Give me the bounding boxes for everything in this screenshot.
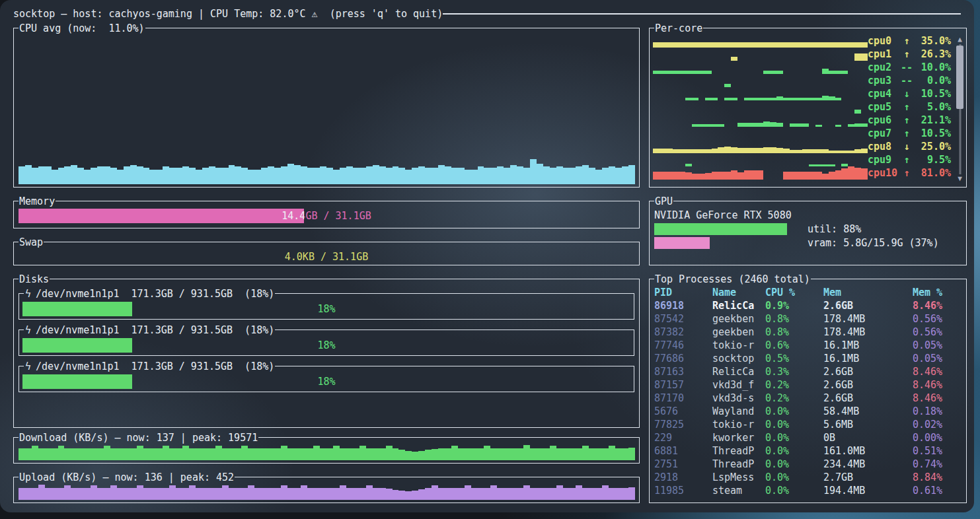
process-row[interactable]: 77686socktop0.5%16.1MB0.05% bbox=[654, 352, 961, 365]
memory-title: Memory bbox=[19, 195, 56, 207]
gpu-vram-bar-track bbox=[654, 237, 805, 249]
process-rows: 86918RelicCa0.9%2.6GB8.46%87542geekben0.… bbox=[654, 299, 961, 497]
per-core-sparkline bbox=[653, 74, 868, 87]
per-core-row: cpu0↑35.0% bbox=[653, 34, 951, 48]
disk-entry: ϟ/dev/nvme1n1p1 171.3GB / 931.5GB (18%)1… bbox=[19, 287, 634, 320]
scrollbar-thumb[interactable] bbox=[956, 46, 963, 109]
process-row[interactable]: 87157vkd3d_f0.2%2.6GB8.46% bbox=[654, 378, 961, 392]
download-title: Download (KB/s) — now: 137 | peak: 19571 bbox=[19, 432, 258, 444]
per-core-label: cpu7↑10.5% bbox=[868, 127, 951, 140]
process-row[interactable]: 2918LspMess0.0%2.7GB8.84% bbox=[654, 471, 961, 484]
per-core-row: cpu2--10.0% bbox=[653, 61, 951, 74]
terminal-window: socktop — host: cachyos-gaming | CPU Tem… bbox=[0, 0, 974, 512]
gpu-vram-bar bbox=[654, 237, 710, 249]
disk-entry-title: /dev/nvme1n1p1 171.3GB / 931.5GB (18%) bbox=[35, 324, 275, 336]
process-row[interactable]: 87163RelicCa0.3%2.6GB8.46% bbox=[654, 365, 961, 378]
per-core-label: cpu2--10.0% bbox=[868, 61, 951, 74]
per-core-label: cpu10↑81.0% bbox=[868, 166, 951, 180]
gpu-title: GPU bbox=[654, 195, 673, 207]
process-table: PID Name CPU % Mem Mem % 86918RelicCa0.9… bbox=[654, 286, 961, 501]
per-core-sparkline bbox=[653, 61, 868, 74]
process-row[interactable]: 2751ThreadP0.0%234.4MB0.74% bbox=[654, 458, 961, 471]
download-panel: Download (KB/s) — now: 137 | peak: 19571 bbox=[13, 431, 640, 464]
disk-entry-title: /dev/nvme1n1p1 171.3GB / 931.5GB (18%) bbox=[35, 288, 275, 300]
app-title-bar: socktop — host: cachyos-gaming | CPU Tem… bbox=[13, 7, 961, 21]
app-title: socktop — host: cachyos-gaming | CPU Tem… bbox=[13, 8, 443, 20]
title-rule bbox=[443, 13, 961, 15]
download-sparkline bbox=[19, 445, 634, 460]
per-core-row: cpu1↑26.3% bbox=[653, 48, 951, 61]
per-core-row: cpu10↑81.0% bbox=[653, 166, 951, 180]
per-core-row: cpu5↑5.0% bbox=[653, 100, 951, 114]
column-header-name: Name bbox=[712, 286, 765, 299]
gpu-name: NVIDIA GeForce RTX 5080 bbox=[654, 209, 961, 222]
disk-list: ϟ/dev/nvme1n1p1 171.3GB / 931.5GB (18%)1… bbox=[19, 287, 634, 425]
per-core-label: cpu1↑26.3% bbox=[868, 48, 951, 61]
per-core-label: cpu8↓25.0% bbox=[868, 140, 951, 153]
memory-panel: Memory 14.4GB / 31.1GB 14.4GB / 31.1GB bbox=[13, 194, 640, 228]
process-row[interactable]: 11985steam0.0%194.4MB0.61% bbox=[654, 484, 961, 497]
per-core-label: cpu4↓10.5% bbox=[868, 87, 951, 100]
process-row[interactable]: 87542geekben0.8%178.4MB0.56% bbox=[654, 312, 961, 326]
process-row[interactable]: 77746tokio-r0.6%16.1MB0.05% bbox=[654, 339, 961, 352]
right-column: Per-core cpu0↑35.0%cpu1↑26.3%cpu2--10.0%… bbox=[649, 21, 967, 503]
cpu-avg-title: CPU avg (now: 11.0%) bbox=[19, 22, 145, 34]
process-row[interactable]: 87170vkd3d-s0.2%2.6GB8.46% bbox=[654, 392, 961, 405]
disk-usage-gauge: 18%18% bbox=[22, 374, 630, 389]
process-row[interactable]: 6881ThreadP0.0%161.0MB0.51% bbox=[654, 444, 961, 458]
swap-title: Swap bbox=[19, 236, 44, 248]
process-table-header: PID Name CPU % Mem Mem % bbox=[654, 286, 961, 299]
per-core-sparkline bbox=[653, 153, 868, 166]
gpu-util-bar bbox=[654, 223, 787, 235]
per-core-row: cpu8↓25.0% bbox=[653, 140, 951, 153]
left-column: CPU avg (now: 11.0%) Memory 14.4GB / 31.… bbox=[13, 21, 640, 503]
column-header-mem-pct: Mem % bbox=[913, 286, 961, 299]
per-core-row: cpu4↓10.5% bbox=[653, 87, 951, 100]
disk-icon: ϟ bbox=[24, 288, 35, 300]
upload-title: Upload (KB/s) — now: 136 | peak: 452 bbox=[19, 471, 235, 483]
memory-gauge-fill: 14.4GB / 31.1GB bbox=[19, 209, 304, 223]
memory-gauge: 14.4GB / 31.1GB 14.4GB / 31.1GB bbox=[19, 209, 634, 223]
per-core-row: cpu6↑21.1% bbox=[653, 114, 951, 127]
disks-title: Disks bbox=[19, 273, 50, 285]
column-header-pid: PID bbox=[654, 286, 712, 299]
per-core-sparkline bbox=[653, 114, 868, 127]
per-core-sparkline bbox=[653, 48, 868, 61]
gpu-vram-label: vram: 5.8G/15.9G (37%) bbox=[808, 237, 939, 249]
top-processes-title: Top Processes (2460 total) bbox=[654, 273, 811, 285]
per-core-label: cpu3--0.0% bbox=[868, 74, 951, 87]
disk-usage-gauge: 18%18% bbox=[22, 302, 630, 316]
disk-entry: ϟ/dev/nvme1n1p1 171.3GB / 931.5GB (18%)1… bbox=[19, 323, 634, 356]
swap-panel: Swap 4.0KB / 31.1GB 4.0KB / 31.1GB bbox=[13, 235, 640, 265]
per-core-title: Per-core bbox=[654, 22, 703, 34]
column-header-cpu: CPU % bbox=[765, 286, 823, 299]
per-core-panel: Per-core cpu0↑35.0%cpu1↑26.3%cpu2--10.0%… bbox=[649, 21, 967, 188]
scrollbar-down-icon[interactable]: ▼ bbox=[956, 175, 964, 183]
disk-usage-gauge: 18%18% bbox=[22, 338, 630, 353]
per-core-sparkline bbox=[653, 166, 868, 180]
per-core-sparkline bbox=[653, 127, 868, 140]
process-row[interactable]: 87382geekben0.8%178.4MB0.56% bbox=[654, 326, 961, 339]
process-row[interactable]: 229kworker0.0%0B0.00% bbox=[654, 431, 961, 444]
top-processes-panel: Top Processes (2460 total) PID Name CPU … bbox=[649, 272, 967, 503]
process-row[interactable]: 77825tokio-r0.0%5.6MB0.02% bbox=[654, 418, 961, 431]
per-core-sparkline bbox=[653, 34, 868, 48]
per-core-sparkline bbox=[653, 87, 868, 100]
disk-entry: ϟ/dev/nvme1n1p1 171.3GB / 931.5GB (18%)1… bbox=[19, 359, 634, 392]
swap-gauge: 4.0KB / 31.1GB 4.0KB / 31.1GB bbox=[19, 250, 634, 264]
per-core-sparkline bbox=[653, 100, 868, 114]
column-header-mem: Mem bbox=[823, 286, 913, 299]
per-core-row: cpu7↑10.5% bbox=[653, 127, 951, 140]
gpu-util-bar-track bbox=[654, 223, 805, 235]
process-row[interactable]: 5676Wayland0.0%58.4MB0.18% bbox=[654, 405, 961, 418]
per-core-label: cpu6↑21.1% bbox=[868, 114, 951, 127]
per-core-rows: cpu0↑35.0%cpu1↑26.3%cpu2--10.0%cpu3--0.0… bbox=[653, 34, 951, 184]
scrollbar-up-icon[interactable]: ▲ bbox=[956, 36, 964, 44]
process-row[interactable]: 86918RelicCa0.9%2.6GB8.46% bbox=[654, 299, 961, 312]
gpu-panel: GPU NVIDIA GeForce RTX 5080 util: 88% vr… bbox=[649, 194, 967, 265]
disk-entry-title: /dev/nvme1n1p1 171.3GB / 931.5GB (18%) bbox=[35, 361, 275, 372]
gpu-util-label: util: 88% bbox=[808, 223, 861, 235]
disk-icon: ϟ bbox=[24, 361, 35, 372]
per-core-scrollbar[interactable]: ▲ ▼ bbox=[956, 36, 964, 183]
per-core-label: cpu9↑9.5% bbox=[868, 153, 951, 166]
